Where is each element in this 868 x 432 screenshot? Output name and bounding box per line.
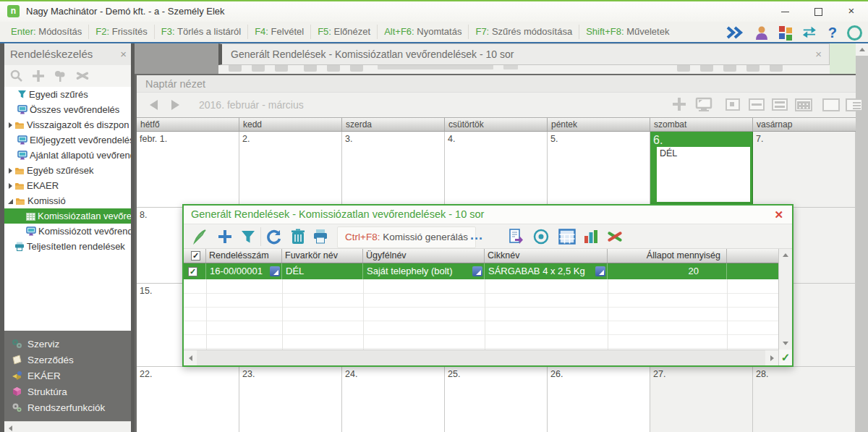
user-icon[interactable]: [754, 25, 769, 40]
section-szerzodes[interactable]: Szerződés: [4, 352, 131, 368]
calendar-cell[interactable]: 25.: [445, 367, 548, 432]
shortcut-modositas[interactable]: Enter: Módosítás: [4, 25, 89, 39]
calendar-cell[interactable]: febr. 1.: [137, 132, 239, 208]
table-row[interactable]: [184, 293, 778, 308]
section-szerviz[interactable]: Szerviz: [4, 336, 131, 352]
tree-item-komissiozatlan-selected[interactable]: Komissiózatlan vevőre: [4, 208, 131, 224]
column-header-allapot-mennyiseg[interactable]: Állapot mennyiség: [608, 249, 727, 263]
prev-month-button[interactable]: [150, 100, 158, 110]
refresh-icon[interactable]: [266, 229, 282, 245]
sync-arrows-icon[interactable]: [802, 26, 818, 39]
calendar-cell[interactable]: 2.: [239, 132, 342, 208]
column-header-ugyfelnev[interactable]: Ügyfélnév: [363, 249, 485, 263]
left-panel-close-button[interactable]: ×: [120, 43, 127, 65]
pin-tools-icon[interactable]: [606, 229, 624, 245]
table-row[interactable]: [184, 321, 778, 335]
help-icon[interactable]: ?: [828, 25, 837, 41]
calendar-cell-selected[interactable]: 6. DÉL: [650, 132, 753, 208]
calendar-cell[interactable]: 7.: [753, 132, 856, 208]
scroll-up-icon[interactable]: [783, 253, 788, 257]
scroll-left-icon[interactable]: [9, 425, 12, 431]
day-view-icon[interactable]: [726, 98, 740, 111]
chart-icon[interactable]: [583, 229, 599, 245]
cell-fuvarkor-nev[interactable]: DÉL: [282, 263, 363, 279]
shortcut-felvetel[interactable]: F4: Felvétel: [248, 25, 311, 39]
scroll-left-button[interactable]: [184, 350, 197, 365]
scroll-right-button[interactable]: [765, 350, 778, 365]
table-row[interactable]: [184, 334, 778, 349]
select-all-header[interactable]: ✓: [184, 249, 206, 263]
month-view-icon[interactable]: [795, 98, 812, 111]
print-icon[interactable]: [312, 229, 328, 245]
calendar-cell[interactable]: 26.: [548, 367, 650, 432]
shortcut-elonezet[interactable]: F5: Előnézet: [311, 25, 378, 39]
calendar-cell[interactable]: 24.: [342, 367, 445, 432]
table-row[interactable]: [184, 307, 778, 321]
tree-icon[interactable]: [54, 69, 67, 82]
scroll-down-icon[interactable]: [783, 342, 788, 345]
table-row-selected[interactable]: ✓ 16-00/00001 DÉL Saját telephely (bolt)…: [184, 263, 778, 279]
expand-chevrons-icon[interactable]: [726, 26, 744, 39]
maximize-button[interactable]: [801, 1, 835, 22]
add-icon[interactable]: [32, 69, 45, 82]
shortcut-frissites[interactable]: F2: Frissítés: [89, 25, 155, 39]
tree-item-osszes-vevorendeles[interactable]: Összes vevőrendelés: [4, 102, 131, 117]
monitor-icon[interactable]: [695, 97, 712, 112]
checkbox-checked-icon[interactable]: ✓: [191, 251, 200, 261]
tree-item-teljesitetlen[interactable]: Teljesítetlen rendelések: [4, 239, 131, 254]
section-rendszerfunkciok[interactable]: Rendszerfunkciók: [4, 400, 131, 416]
list-view-icon[interactable]: [846, 98, 863, 111]
expander-collapsed-icon[interactable]: [9, 122, 12, 128]
tree-item-egyedi-szures[interactable]: Egyedi szűrés: [4, 87, 131, 102]
tools-icon[interactable]: [75, 69, 90, 82]
confirm-button[interactable]: ✓: [778, 350, 792, 365]
tree-item-egyeb-szuresek[interactable]: Egyéb szűrések: [4, 163, 131, 178]
more-actions-button[interactable]: ...: [470, 224, 483, 247]
dialog-close-button[interactable]: ✕: [774, 206, 783, 224]
delete-icon[interactable]: [291, 229, 305, 245]
scroll-up-button[interactable]: [856, 43, 868, 56]
blank-view-icon[interactable]: [822, 98, 840, 111]
cell-allapot-mennyiseg[interactable]: 20: [608, 263, 727, 279]
status-circle-icon[interactable]: [847, 25, 862, 41]
modules-grid-icon[interactable]: [779, 26, 792, 39]
calendar-cell[interactable]: 28.: [753, 367, 856, 432]
cell-ugyfelnev[interactable]: Saját telephely (bolt): [363, 263, 485, 279]
add-icon[interactable]: [217, 229, 233, 245]
komissio-generalas-button[interactable]: Ctrl+F8: Komissió generálás: [337, 226, 476, 248]
shortcut-nyomtatas[interactable]: Alt+F6: Nyomtatás: [378, 25, 469, 39]
cell-rendelesszam[interactable]: 16-00/00001: [206, 263, 282, 279]
calendar-cell[interactable]: 23.: [239, 367, 342, 432]
shortcut-szures-modositasa[interactable]: F7: Szűrés módosítása: [469, 25, 579, 39]
dialog-titlebar[interactable]: Generált Rendelések - Komissiózatlan vev…: [184, 206, 792, 224]
tree-item-elojegyzett[interactable]: Előjegyzett vevőrendelés: [4, 132, 131, 148]
filter-icon[interactable]: [240, 229, 256, 245]
dialog-vertical-scrollbar[interactable]: [778, 249, 792, 350]
table-icon[interactable]: [558, 229, 576, 245]
calendar-cell[interactable]: 22.: [137, 367, 239, 432]
lookup-button[interactable]: [472, 266, 482, 276]
shortcut-torles[interactable]: F3: Törlés a listáról: [155, 25, 248, 39]
dialog-horizontal-scrollbar[interactable]: [184, 350, 778, 365]
two-week-view-icon[interactable]: [772, 98, 788, 111]
calendar-cell[interactable]: 5.: [548, 132, 650, 208]
lookup-button[interactable]: [595, 266, 605, 276]
expander-collapsed-icon[interactable]: [9, 168, 12, 174]
tree-item-visszaigazolt[interactable]: Visszaigazolt és diszpon: [4, 117, 131, 132]
add-icon[interactable]: [672, 97, 686, 111]
next-month-button[interactable]: [171, 100, 179, 110]
tree-item-komissiozott[interactable]: Komissiózott vevőrend: [4, 224, 131, 239]
search-icon[interactable]: [10, 69, 23, 82]
main-tab-titlebar[interactable]: Generált Rendelések - Komissiózatlan vev…: [218, 43, 830, 65]
expander-collapsed-icon[interactable]: [9, 183, 12, 189]
main-tab-close-button[interactable]: ×: [815, 44, 822, 64]
tree-item-komissio[interactable]: Komissió: [4, 193, 131, 208]
cell-cikknev[interactable]: SÁRGABAB 4 x 2,5 Kg: [485, 263, 608, 279]
column-header-fuvarkor-nev[interactable]: Fuvarkör név: [282, 249, 363, 263]
lookup-button[interactable]: [270, 266, 280, 276]
calendar-cell[interactable]: 27.: [650, 367, 753, 432]
view-icon[interactable]: [532, 229, 550, 245]
section-struktura[interactable]: Struktúra: [4, 384, 131, 400]
edit-pencil-icon[interactable]: [192, 229, 208, 245]
left-panel-horizontal-scrollbar[interactable]: [4, 421, 131, 432]
